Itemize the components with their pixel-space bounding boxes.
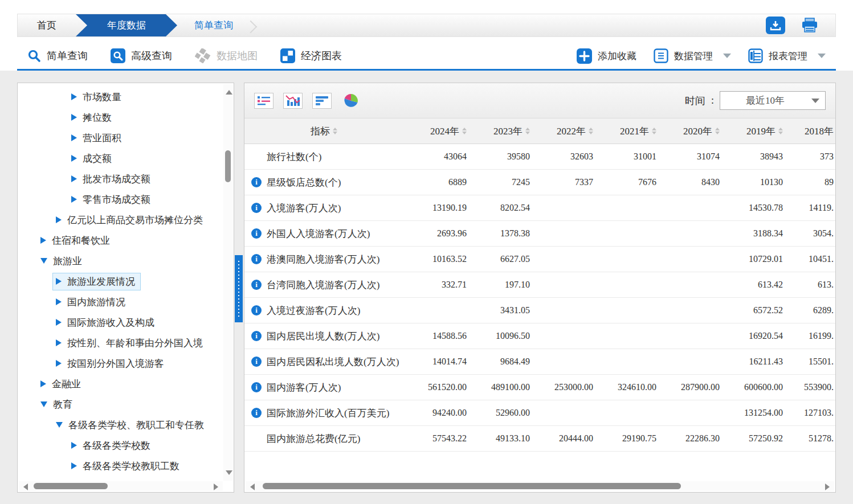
economic-chart-button[interactable]: 经济图表 xyxy=(280,48,342,63)
tree-item[interactable]: 亿元以上商品交易市场摊位分类 xyxy=(19,210,222,230)
tree-item[interactable]: 各级各类学校、教职工和专任教 xyxy=(19,415,222,435)
expand-arrow-icon[interactable] xyxy=(40,237,46,244)
expand-arrow-icon[interactable] xyxy=(56,216,62,223)
column-header[interactable]: 2023年 xyxy=(467,125,530,138)
info-icon[interactable] xyxy=(251,177,262,187)
tree-item[interactable]: 营业面积 xyxy=(19,128,222,148)
vertical-scroll-thumb[interactable] xyxy=(225,150,231,182)
info-icon[interactable] xyxy=(251,331,262,341)
table-cell: 332.71 xyxy=(403,280,467,290)
scroll-down-icon[interactable] xyxy=(226,470,232,475)
collapse-arrow-icon[interactable] xyxy=(40,401,47,407)
column-header[interactable]: 2018年 xyxy=(783,125,834,138)
sort-icon[interactable] xyxy=(589,128,593,134)
column-header[interactable]: 2019年 xyxy=(720,125,783,138)
row-label: 国内游客(万人次) xyxy=(267,381,341,394)
tree-item[interactable]: 旅游业 xyxy=(19,251,222,271)
column-header[interactable]: 指标 xyxy=(244,125,403,138)
table-horizontal-scrollbar[interactable] xyxy=(246,481,834,491)
tab-bar: 首页 年度数据 简单查询 xyxy=(17,14,836,37)
expand-arrow-icon[interactable] xyxy=(71,134,77,141)
tree-item[interactable]: 各级各类学校数 xyxy=(19,435,222,456)
info-icon[interactable] xyxy=(251,357,262,367)
expand-arrow-icon[interactable] xyxy=(71,175,77,182)
tree-item[interactable]: 国内旅游情况 xyxy=(19,292,222,312)
bar-chart-view-button[interactable] xyxy=(312,93,332,109)
list-view-button[interactable] xyxy=(254,93,274,109)
expand-arrow-icon[interactable] xyxy=(71,442,77,449)
expand-arrow-icon[interactable] xyxy=(56,298,62,305)
add-favorite-button[interactable]: 添加收藏 xyxy=(577,48,636,64)
scroll-left-icon[interactable] xyxy=(23,483,28,490)
advanced-query-button[interactable]: 高级查询 xyxy=(111,48,172,63)
scroll-right-icon[interactable] xyxy=(825,483,830,490)
sort-icon[interactable] xyxy=(525,128,530,134)
sort-icon[interactable] xyxy=(652,128,656,134)
info-icon[interactable] xyxy=(251,305,262,315)
collapse-arrow-icon[interactable] xyxy=(56,422,63,428)
column-header[interactable]: 2021年 xyxy=(593,125,656,138)
report-management-button[interactable]: 报表管理 xyxy=(748,48,826,63)
expand-arrow-icon[interactable] xyxy=(71,196,77,203)
data-management-button[interactable]: 数据管理 xyxy=(654,48,731,63)
info-icon[interactable] xyxy=(251,254,262,264)
tree-vertical-scrollbar[interactable] xyxy=(223,84,233,481)
expand-arrow-icon[interactable] xyxy=(56,339,62,346)
tree-item[interactable]: 摊位数 xyxy=(19,107,222,128)
column-header[interactable]: 2022年 xyxy=(530,125,593,138)
tree-item[interactable]: 各级各类学校教职工数 xyxy=(19,456,222,476)
data-map-button[interactable]: 数据地图 xyxy=(195,48,258,63)
info-icon[interactable] xyxy=(251,203,262,213)
tab-simple-query[interactable]: 简单查询 xyxy=(177,14,249,36)
tree-item[interactable]: 成交额 xyxy=(19,148,222,169)
expand-arrow-icon[interactable] xyxy=(71,155,77,162)
info-icon[interactable] xyxy=(251,228,262,239)
expand-arrow-icon[interactable] xyxy=(71,462,77,469)
download-button[interactable] xyxy=(766,17,785,34)
scroll-up-icon[interactable] xyxy=(226,90,232,95)
scroll-right-icon[interactable] xyxy=(214,483,218,490)
info-icon[interactable] xyxy=(251,280,262,290)
table-row: 台湾同胞入境游客(万人次) 332.71197.10613.42613. xyxy=(244,272,835,298)
info-icon[interactable] xyxy=(251,382,262,392)
expand-arrow-icon[interactable] xyxy=(71,93,77,100)
expand-arrow-icon[interactable] xyxy=(56,278,62,285)
tree-item[interactable]: 金融业 xyxy=(19,374,222,394)
table-row: 国内旅游总花费(亿元) 57543.2249133.1020444.002919… xyxy=(244,426,835,452)
tree-item[interactable]: 市场数量 xyxy=(19,87,222,107)
tab-annual-data[interactable]: 年度数据 xyxy=(76,14,177,36)
sort-icon[interactable] xyxy=(333,128,337,134)
print-button[interactable] xyxy=(800,17,819,34)
expand-arrow-icon[interactable] xyxy=(56,360,62,367)
info-icon[interactable] xyxy=(251,408,262,418)
tree-item[interactable]: 按国别分外国入境游客 xyxy=(19,353,222,374)
tree-item[interactable]: 批发市场成交额 xyxy=(19,169,222,189)
panel-splitter-handle[interactable] xyxy=(235,255,243,322)
time-range-select[interactable]: 最近10年 xyxy=(720,91,826,110)
scroll-left-icon[interactable] xyxy=(250,483,255,490)
tab-home[interactable]: 首页 xyxy=(18,14,76,36)
tree-item[interactable]: 教育 xyxy=(19,394,222,415)
tree-horizontal-scrollbar[interactable] xyxy=(19,481,223,491)
table-cell: 6889 xyxy=(403,177,467,187)
column-header[interactable]: 2020年 xyxy=(656,125,720,138)
tree-item[interactable]: 国际旅游收入及构成 xyxy=(19,312,222,333)
expand-arrow-icon[interactable] xyxy=(40,380,46,387)
sort-icon[interactable] xyxy=(462,128,467,134)
expand-arrow-icon[interactable] xyxy=(71,114,77,121)
collapse-arrow-icon[interactable] xyxy=(40,258,47,264)
sort-icon[interactable] xyxy=(715,128,720,134)
tree-item[interactable]: 各级各类学校专任教师数 xyxy=(19,476,222,481)
sort-icon[interactable] xyxy=(778,128,783,134)
tree-item[interactable]: 旅游业发展情况 xyxy=(19,271,222,292)
simple-query-button[interactable]: 简单查询 xyxy=(27,49,88,63)
horizontal-scroll-thumb[interactable] xyxy=(263,483,681,489)
pie-chart-view-button[interactable] xyxy=(341,93,361,109)
tree-item[interactable]: 零售市场成交额 xyxy=(19,189,222,210)
expand-arrow-icon[interactable] xyxy=(56,319,62,326)
horizontal-scroll-thumb[interactable] xyxy=(34,483,108,489)
column-header[interactable]: 2024年 xyxy=(403,125,467,138)
tree-item[interactable]: 住宿和餐饮业 xyxy=(19,230,222,251)
combo-chart-view-button[interactable] xyxy=(283,93,303,109)
tree-item[interactable]: 按性别、年龄和事由分外国入境 xyxy=(19,333,222,353)
